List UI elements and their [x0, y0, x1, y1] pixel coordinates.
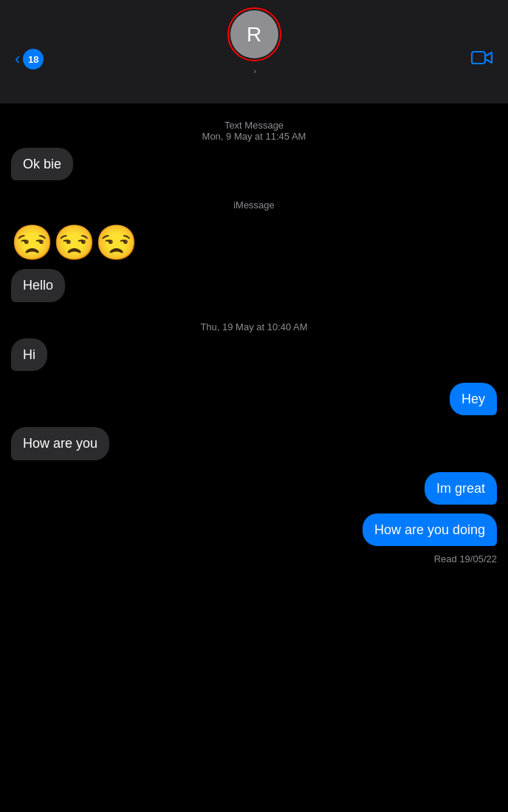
emoji-message: 😒😒😒 — [11, 222, 497, 263]
video-call-button[interactable] — [471, 48, 493, 71]
chat-area: Text Message Mon, 9 May at 11:45 AM Ok b… — [0, 103, 508, 812]
avatar: R — [230, 10, 278, 58]
message-row: Hey — [11, 383, 497, 415]
contact-info[interactable]: R › — [224, 7, 284, 78]
message-row: Im great — [11, 472, 497, 505]
message-row: How are you doing — [11, 514, 497, 546]
chevron-right-icon: › — [253, 66, 256, 75]
header: ‹ 18 R › — [0, 0, 508, 103]
message-row: How are you — [11, 427, 497, 460]
read-receipt: Read 19/05/22 — [11, 553, 497, 564]
timestamp-imessage: iMessage — [11, 199, 497, 211]
bubble-sent: How are you doing — [363, 514, 497, 546]
timestamp-text-message: Text Message Mon, 9 May at 11:45 AM — [11, 120, 497, 142]
bubble-received: Ok bie — [11, 148, 73, 180]
bubble-received: Hello — [11, 269, 65, 301]
bubble-received: Hi — [11, 338, 47, 371]
unread-badge: 18 — [23, 49, 44, 69]
bubble-sent: Im great — [425, 472, 497, 505]
contact-name-bar: › — [224, 64, 284, 78]
svg-rect-0 — [472, 52, 485, 64]
back-button[interactable]: ‹ 18 — [15, 49, 44, 69]
bubble-received: How are you — [11, 427, 109, 460]
message-row: Hello — [11, 269, 497, 301]
message-row: Hi — [11, 338, 497, 371]
message-row: Ok bie — [11, 148, 497, 180]
avatar-container: R — [227, 7, 281, 61]
bubble-sent: Hey — [450, 383, 497, 415]
back-chevron-icon: ‹ — [15, 51, 20, 67]
timestamp-thu: Thu, 19 May at 10:40 AM — [11, 321, 497, 332]
